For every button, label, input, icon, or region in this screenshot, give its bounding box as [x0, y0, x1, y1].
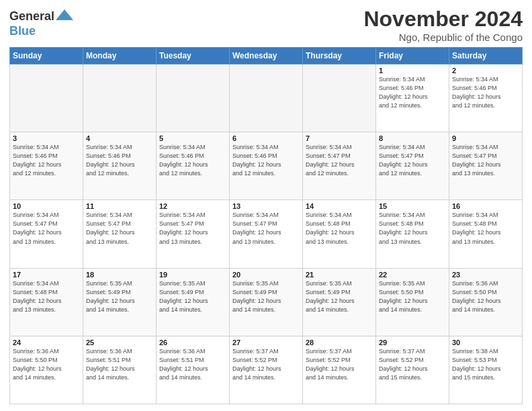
calendar-day-cell: 14Sunrise: 5:34 AM Sunset: 5:48 PM Dayli…	[303, 200, 376, 268]
day-detail: Sunrise: 5:34 AM Sunset: 5:46 PM Dayligh…	[452, 75, 519, 110]
day-detail: Sunrise: 5:34 AM Sunset: 5:48 PM Dayligh…	[13, 279, 80, 314]
day-detail: Sunrise: 5:34 AM Sunset: 5:48 PM Dayligh…	[379, 211, 446, 246]
day-number: 11	[86, 202, 153, 210]
day-detail: Sunrise: 5:34 AM Sunset: 5:47 PM Dayligh…	[232, 211, 300, 246]
weekday-header: Saturday	[449, 48, 523, 64]
day-number: 16	[452, 202, 519, 210]
day-detail: Sunrise: 5:38 AM Sunset: 5:53 PM Dayligh…	[452, 347, 519, 382]
day-number: 23	[452, 271, 519, 279]
calendar-day-cell	[10, 64, 83, 132]
day-detail: Sunrise: 5:37 AM Sunset: 5:52 PM Dayligh…	[232, 347, 300, 382]
day-detail: Sunrise: 5:37 AM Sunset: 5:52 PM Dayligh…	[306, 347, 373, 382]
day-number: 20	[232, 271, 300, 279]
day-detail: Sunrise: 5:34 AM Sunset: 5:46 PM Dayligh…	[159, 143, 226, 178]
day-detail: Sunrise: 5:36 AM Sunset: 5:50 PM Dayligh…	[452, 279, 519, 314]
calendar-day-cell	[230, 64, 303, 132]
calendar-day-cell: 9Sunrise: 5:34 AM Sunset: 5:47 PM Daylig…	[449, 132, 523, 200]
calendar-day-cell: 17Sunrise: 5:34 AM Sunset: 5:48 PM Dayli…	[10, 268, 83, 336]
weekday-header: Sunday	[10, 48, 83, 64]
day-detail: Sunrise: 5:36 AM Sunset: 5:50 PM Dayligh…	[13, 347, 80, 382]
calendar-day-cell: 5Sunrise: 5:34 AM Sunset: 5:46 PM Daylig…	[157, 132, 230, 200]
location: Ngo, Republic of the Congo	[363, 32, 523, 43]
day-detail: Sunrise: 5:34 AM Sunset: 5:46 PM Dayligh…	[379, 75, 446, 110]
day-number: 21	[306, 271, 373, 279]
day-number: 28	[306, 338, 373, 347]
header: General Blue November 2024 Ngo, Republic…	[9, 7, 523, 43]
day-number: 24	[13, 338, 80, 347]
day-detail: Sunrise: 5:34 AM Sunset: 5:47 PM Dayligh…	[306, 143, 373, 178]
calendar-day-cell: 18Sunrise: 5:35 AM Sunset: 5:49 PM Dayli…	[83, 268, 157, 336]
calendar-week-row: 10Sunrise: 5:34 AM Sunset: 5:47 PM Dayli…	[10, 200, 523, 268]
calendar-day-cell: 16Sunrise: 5:34 AM Sunset: 5:48 PM Dayli…	[449, 200, 523, 268]
day-detail: Sunrise: 5:34 AM Sunset: 5:47 PM Dayligh…	[86, 211, 153, 246]
day-detail: Sunrise: 5:36 AM Sunset: 5:51 PM Dayligh…	[159, 347, 226, 382]
day-detail: Sunrise: 5:34 AM Sunset: 5:47 PM Dayligh…	[13, 211, 80, 246]
calendar-body: 1Sunrise: 5:34 AM Sunset: 5:46 PM Daylig…	[10, 64, 523, 404]
day-detail: Sunrise: 5:34 AM Sunset: 5:46 PM Dayligh…	[13, 143, 80, 178]
day-detail: Sunrise: 5:34 AM Sunset: 5:47 PM Dayligh…	[379, 143, 446, 178]
calendar-day-cell	[157, 64, 230, 132]
calendar-day-cell: 8Sunrise: 5:34 AM Sunset: 5:47 PM Daylig…	[376, 132, 449, 200]
calendar-day-cell: 10Sunrise: 5:34 AM Sunset: 5:47 PM Dayli…	[10, 200, 83, 268]
day-number: 9	[452, 134, 519, 142]
weekday-header: Thursday	[303, 48, 376, 64]
weekday-header: Monday	[83, 48, 157, 64]
day-number: 14	[306, 202, 373, 210]
day-detail: Sunrise: 5:35 AM Sunset: 5:49 PM Dayligh…	[232, 279, 300, 314]
calendar-day-cell: 27Sunrise: 5:37 AM Sunset: 5:52 PM Dayli…	[230, 336, 303, 404]
calendar-day-cell: 19Sunrise: 5:35 AM Sunset: 5:49 PM Dayli…	[157, 268, 230, 336]
calendar-day-cell: 13Sunrise: 5:34 AM Sunset: 5:47 PM Dayli…	[230, 200, 303, 268]
day-number: 18	[86, 271, 153, 279]
day-number: 12	[159, 202, 226, 210]
day-number: 7	[306, 134, 373, 142]
calendar-table: SundayMondayTuesdayWednesdayThursdayFrid…	[9, 47, 523, 404]
day-detail: Sunrise: 5:35 AM Sunset: 5:49 PM Dayligh…	[159, 279, 226, 314]
day-number: 8	[379, 134, 446, 142]
day-number: 27	[232, 338, 300, 347]
calendar-day-cell: 1Sunrise: 5:34 AM Sunset: 5:46 PM Daylig…	[376, 64, 449, 132]
day-number: 5	[159, 134, 226, 142]
day-number: 25	[86, 338, 153, 347]
logo: General Blue	[9, 9, 73, 38]
calendar-day-cell	[303, 64, 376, 132]
calendar-day-cell: 24Sunrise: 5:36 AM Sunset: 5:50 PM Dayli…	[10, 336, 83, 404]
weekday-header: Wednesday	[230, 48, 303, 64]
calendar-day-cell: 25Sunrise: 5:36 AM Sunset: 5:51 PM Dayli…	[83, 336, 157, 404]
day-number: 29	[379, 338, 446, 347]
month-title: November 2024	[363, 7, 523, 32]
day-number: 4	[86, 134, 153, 142]
calendar-week-row: 24Sunrise: 5:36 AM Sunset: 5:50 PM Dayli…	[10, 336, 523, 404]
page: General Blue November 2024 Ngo, Republic…	[0, 0, 532, 411]
calendar-day-cell: 3Sunrise: 5:34 AM Sunset: 5:46 PM Daylig…	[10, 132, 83, 200]
day-detail: Sunrise: 5:34 AM Sunset: 5:46 PM Dayligh…	[86, 143, 153, 178]
calendar-day-cell: 11Sunrise: 5:34 AM Sunset: 5:47 PM Dayli…	[83, 200, 157, 268]
day-number: 15	[379, 202, 446, 210]
day-number: 2	[452, 66, 519, 75]
day-detail: Sunrise: 5:35 AM Sunset: 5:50 PM Dayligh…	[379, 279, 446, 314]
day-detail: Sunrise: 5:37 AM Sunset: 5:52 PM Dayligh…	[379, 347, 446, 382]
calendar-day-cell: 23Sunrise: 5:36 AM Sunset: 5:50 PM Dayli…	[449, 268, 523, 336]
calendar-day-cell: 15Sunrise: 5:34 AM Sunset: 5:48 PM Dayli…	[376, 200, 449, 268]
calendar-day-cell: 4Sunrise: 5:34 AM Sunset: 5:46 PM Daylig…	[83, 132, 157, 200]
calendar-day-cell: 7Sunrise: 5:34 AM Sunset: 5:47 PM Daylig…	[303, 132, 376, 200]
day-detail: Sunrise: 5:35 AM Sunset: 5:49 PM Dayligh…	[86, 279, 153, 314]
logo-icon	[56, 9, 73, 20]
day-detail: Sunrise: 5:34 AM Sunset: 5:48 PM Dayligh…	[452, 211, 519, 246]
day-detail: Sunrise: 5:35 AM Sunset: 5:49 PM Dayligh…	[306, 279, 373, 314]
calendar-week-row: 3Sunrise: 5:34 AM Sunset: 5:46 PM Daylig…	[10, 132, 523, 200]
day-number: 13	[232, 202, 300, 210]
calendar-day-cell: 12Sunrise: 5:34 AM Sunset: 5:47 PM Dayli…	[157, 200, 230, 268]
day-detail: Sunrise: 5:36 AM Sunset: 5:51 PM Dayligh…	[86, 347, 153, 382]
header-row: SundayMondayTuesdayWednesdayThursdayFrid…	[10, 48, 523, 64]
day-number: 19	[159, 271, 226, 279]
day-detail: Sunrise: 5:34 AM Sunset: 5:48 PM Dayligh…	[306, 211, 373, 246]
title-block: November 2024 Ngo, Republic of the Congo	[363, 7, 523, 43]
day-number: 1	[379, 66, 446, 75]
day-number: 3	[13, 134, 80, 142]
day-detail: Sunrise: 5:34 AM Sunset: 5:47 PM Dayligh…	[159, 211, 226, 246]
calendar-day-cell: 6Sunrise: 5:34 AM Sunset: 5:46 PM Daylig…	[230, 132, 303, 200]
calendar-day-cell: 22Sunrise: 5:35 AM Sunset: 5:50 PM Dayli…	[376, 268, 449, 336]
calendar-day-cell: 2Sunrise: 5:34 AM Sunset: 5:46 PM Daylig…	[449, 64, 523, 132]
day-number: 6	[232, 134, 300, 142]
logo-text: General Blue	[9, 9, 73, 38]
